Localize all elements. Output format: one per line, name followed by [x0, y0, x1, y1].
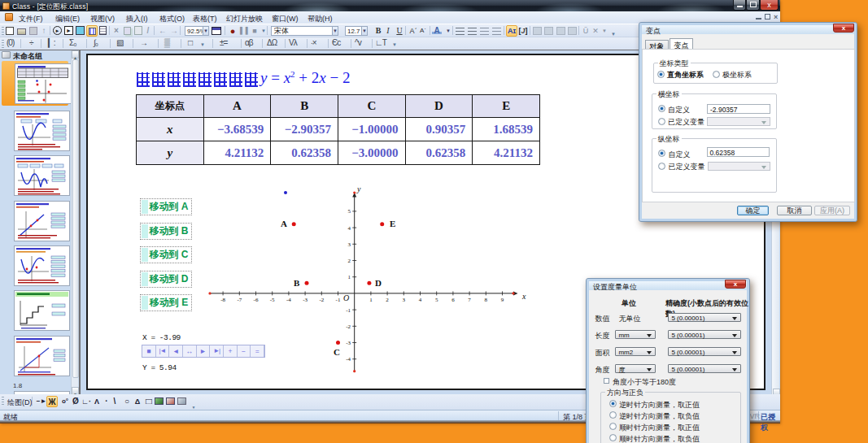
- svg-text:2: 2: [348, 258, 351, 264]
- svg-text:y: y: [356, 185, 361, 193]
- svg-text:D: D: [375, 278, 382, 288]
- svg-text:1: 1: [348, 274, 351, 280]
- svg-text:1: 1: [369, 297, 373, 303]
- svg-text:E: E: [390, 219, 395, 228]
- svg-text:-2: -2: [319, 297, 324, 303]
- svg-text:-3: -3: [303, 297, 308, 303]
- svg-text:2: 2: [386, 297, 389, 303]
- svg-text:-4: -4: [286, 297, 291, 303]
- svg-text:-7: -7: [237, 297, 242, 303]
- svg-text:-4: -4: [346, 356, 351, 363]
- svg-text:-6: -6: [254, 297, 259, 303]
- svg-text:5: 5: [435, 297, 438, 303]
- svg-text:C: C: [334, 347, 340, 357]
- svg-text:3: 3: [348, 241, 351, 248]
- svg-text:-8: -8: [220, 297, 225, 303]
- svg-text:4: 4: [419, 297, 422, 303]
- svg-text:4: 4: [348, 225, 351, 232]
- svg-text:B: B: [294, 278, 300, 288]
- svg-text:A: A: [281, 219, 287, 228]
- svg-text:O: O: [343, 293, 349, 302]
- svg-text:-1: -1: [346, 307, 351, 314]
- svg-text:-1: -1: [336, 297, 341, 303]
- svg-text:x: x: [521, 292, 526, 301]
- svg-text:-5: -5: [270, 297, 275, 303]
- svg-text:8: 8: [485, 297, 488, 303]
- svg-text:3: 3: [403, 297, 406, 303]
- svg-text:-3: -3: [346, 340, 351, 346]
- svg-text:5: 5: [348, 208, 351, 215]
- svg-text:-2: -2: [346, 324, 351, 330]
- svg-text:7: 7: [468, 297, 471, 303]
- svg-text:6: 6: [451, 297, 455, 303]
- svg-text:9: 9: [501, 297, 504, 303]
